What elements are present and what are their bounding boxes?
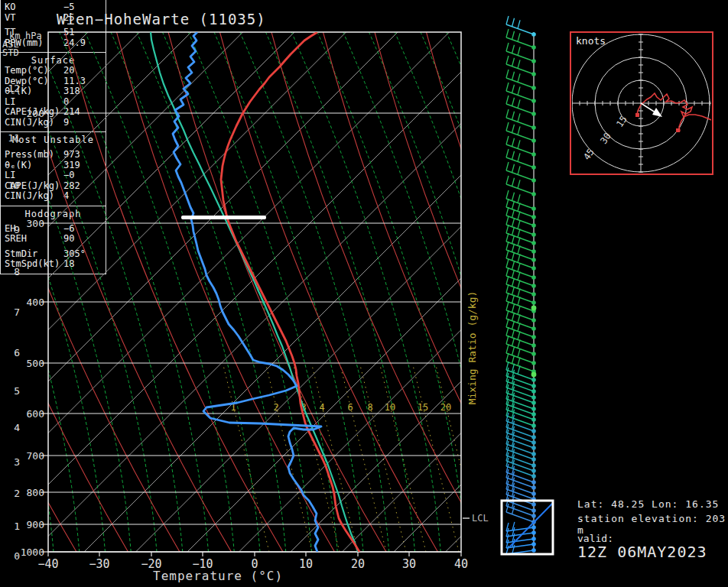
lcl-marker-label: LCL — [472, 513, 489, 524]
temperature-axis-title: Temperature (°C) — [153, 569, 283, 583]
hodograph-units-label: knots — [576, 35, 606, 47]
level-marker-bar — [181, 216, 266, 219]
station-latlon: Lat: 48.25 Lon: 16.35 — [577, 498, 719, 510]
pressure-gridlines — [42, 113, 461, 556]
mixing-ratio-axis-title: Mixing Ratio (g/kg) — [466, 291, 478, 405]
sounding-curves — [151, 32, 359, 552]
wind-barb-column — [502, 16, 553, 554]
skewt-sounding-screen: Wien−HoheWarte (11035) km ASL STD hPa 20… — [0, 0, 728, 587]
dewpoint-curve — [173, 32, 321, 552]
parcel-curve — [151, 32, 358, 552]
valid-time: 12Z 06MAY2023 — [577, 543, 707, 561]
